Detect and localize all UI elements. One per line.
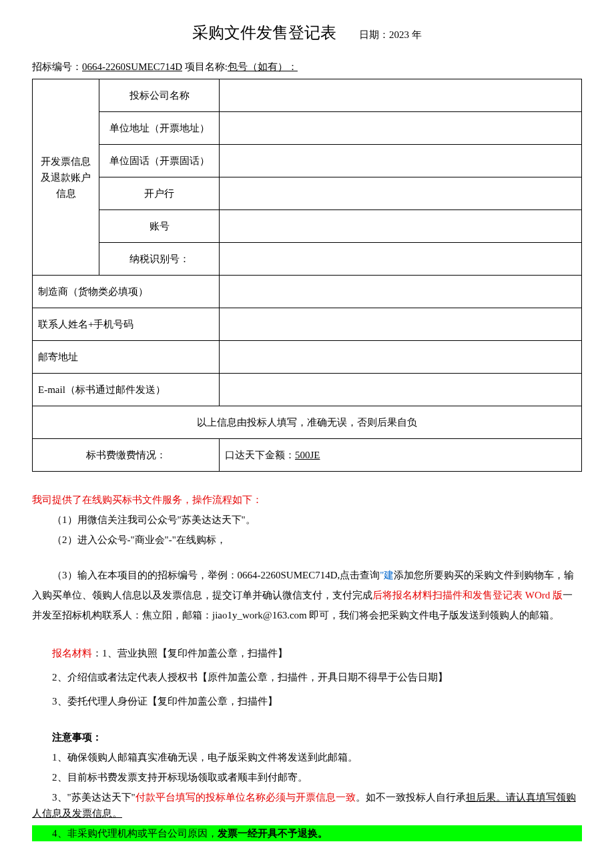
notice-3: 3、"苏美达达天下"付款平台填写的投标单位名称必须与开票信息一致。如不一致投标人…	[32, 789, 582, 821]
contact-label: 联系人姓名+手机号码	[33, 308, 220, 341]
date-label: 日期：2023 年	[359, 27, 422, 43]
header-line: 招标编号：0664-2260SUMEC714D 项目名称:包号（如有）：	[32, 59, 582, 75]
phone-label: 单位固话（开票固话）	[99, 145, 220, 177]
account-value[interactable]	[220, 210, 582, 243]
step2: （2）进入公众号-"商业会"-"在线购标，	[32, 532, 582, 548]
notice-4: 4、非采购代理机构或平台公司原因，发票一经开具不予退换。	[32, 825, 582, 841]
notice-3b: 付款平台填写的投标单位名称必须与开票信息一致	[135, 792, 356, 803]
notices-title: 注意事项：	[32, 729, 582, 745]
step3-e: 名材料扫描件和发售登记表 WOrd 版	[402, 590, 563, 600]
notices-section: 注意事项： 1、确保领购人邮箱真实准确无误，电子版采购文件将发送到此邮箱。 2、…	[32, 729, 582, 841]
materials-2: 2、介绍信或者法定代表人授权书【原件加盖公章，扫描件，开具日期不得早于公告日期】	[32, 669, 582, 685]
fee-cell: 口达天下金额：500JE	[220, 439, 582, 472]
notice-4a: 4、非采购代理机构或平台公司原因，	[52, 828, 218, 839]
materials-1: 报名材料：1、营业执照【复印件加盖公章，扫描件】	[32, 645, 582, 661]
email-value[interactable]	[220, 374, 582, 406]
mail-addr-value[interactable]	[220, 341, 582, 374]
manufacturer-label: 制造商（货物类必填项）	[33, 276, 220, 308]
fee-checkbox: 口达天下金额：	[225, 450, 295, 460]
table-row: 标书费缴费情况： 口达天下金额：500JE	[33, 439, 582, 472]
phone-value[interactable]	[220, 145, 582, 177]
instructions-intro: 我司提供了在线购买标书文件服务，操作流程如下：	[32, 492, 582, 508]
step3-b: "建	[380, 570, 394, 580]
tax-id-label: 纳税识别号：	[99, 243, 220, 276]
materials-3: 3、委托代理人身份证【复印件加盖公章，扫描件】	[32, 693, 582, 709]
bank-value[interactable]	[220, 177, 582, 210]
account-label: 账号	[99, 210, 220, 243]
notice-3c: 。如不一致投标人自行承	[356, 792, 466, 803]
address-label: 单位地址（开票地址）	[99, 112, 220, 145]
mail-addr-label: 邮寄地址	[33, 341, 220, 374]
step3-a: （3）输入在本项目的的招标编号，举例：0664-2260SUMEC714D,点击…	[52, 570, 380, 580]
address-value[interactable]	[220, 112, 582, 145]
package-label: 包号（如有）：	[228, 61, 298, 72]
confirm-note: 以上信息由投标人填写，准确无误，否则后果自负	[33, 406, 582, 439]
bid-no: 0664-2260SUMEC714D	[82, 61, 182, 72]
notice-3a: 3、"苏美达达天下"	[52, 792, 135, 803]
email-label: E-mail（标书通过邮件发送）	[33, 374, 220, 406]
registration-table: 开发票信息及退款账户信息 投标公司名称 单位地址（开票地址） 单位固话（开票固话…	[32, 79, 582, 472]
title-row: 采购文件发售登记表 日期：2023 年	[32, 20, 582, 45]
company-label: 投标公司名称	[99, 79, 220, 112]
table-row: 单位地址（开票地址）	[33, 112, 582, 145]
step3: （3）输入在本项目的的招标编号，举例：0664-2260SUMEC714D,点击…	[32, 565, 582, 625]
main-title: 采购文件发售登记表	[192, 20, 336, 45]
table-row: 开发票信息及退款账户信息 投标公司名称	[33, 79, 582, 112]
notice-4b: 发票一经开具不予退换。	[218, 828, 328, 839]
bid-no-label: 招标编号：	[32, 61, 82, 72]
table-row: 以上信息由投标人填写，准确无误，否则后果自负	[33, 406, 582, 439]
manufacturer-value[interactable]	[220, 276, 582, 308]
notice-1: 1、确保领购人邮箱真实准确无误，电子版采购文件将发送到此邮箱。	[32, 749, 582, 765]
fee-amount: 500JE	[295, 450, 320, 460]
company-value[interactable]	[220, 79, 582, 112]
table-row: 开户行	[33, 177, 582, 210]
fee-label: 标书费缴费情况：	[33, 439, 220, 472]
tax-id-value[interactable]	[220, 243, 582, 276]
table-row: 纳税识别号：	[33, 243, 582, 276]
materials-section: 报名材料：1、营业执照【复印件加盖公章，扫描件】 2、介绍信或者法定代表人授权书…	[32, 645, 582, 709]
table-row: 邮寄地址	[33, 341, 582, 374]
table-row: 制造商（货物类必填项）	[33, 276, 582, 308]
table-row: 联系人姓名+手机号码	[33, 308, 582, 341]
materials-label: 报名材料	[52, 648, 92, 659]
bank-label: 开户行	[99, 177, 220, 210]
step1: （1）用微信关注我司公众号"苏美达达天下"。	[32, 512, 582, 528]
project-label: 项目名称:	[182, 61, 228, 72]
materials-item1: ：1、营业执照【复印件加盖公章，扫描件】	[92, 648, 288, 659]
instructions-section: 我司提供了在线购买标书文件服务，操作流程如下： （1）用微信关注我司公众号"苏美…	[32, 492, 582, 625]
notice-2: 2、目前标书费发票支持开标现场领取或者顺丰到付邮寄。	[32, 769, 582, 785]
invoice-section-label: 开发票信息及退款账户信息	[33, 79, 99, 276]
table-row: 单位固话（开票固话）	[33, 145, 582, 177]
step3-d: 后将报	[372, 590, 402, 600]
table-row: E-mail（标书通过邮件发送）	[33, 374, 582, 406]
table-row: 账号	[33, 210, 582, 243]
contact-value[interactable]	[220, 308, 582, 341]
